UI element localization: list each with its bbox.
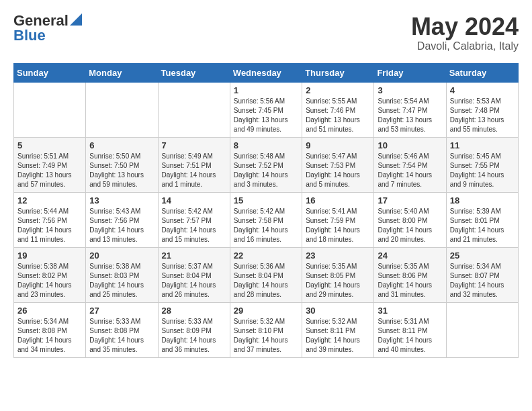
day-number: 6 bbox=[89, 140, 154, 150]
calendar-cell: 31Sunrise: 5:31 AM Sunset: 8:11 PM Dayli… bbox=[374, 302, 446, 357]
day-number: 23 bbox=[306, 250, 370, 261]
calendar-cell: 1Sunrise: 5:56 AM Sunset: 7:45 PM Daylig… bbox=[230, 82, 302, 137]
day-info: Sunrise: 5:42 AM Sunset: 7:58 PM Dayligh… bbox=[234, 207, 298, 244]
weekday-header: Monday bbox=[86, 63, 158, 82]
calendar-week-row: 1Sunrise: 5:56 AM Sunset: 7:45 PM Daylig… bbox=[14, 82, 519, 137]
day-number: 19 bbox=[17, 250, 82, 261]
calendar-cell: 5Sunrise: 5:51 AM Sunset: 7:49 PM Daylig… bbox=[14, 137, 86, 192]
calendar-table: SundayMondayTuesdayWednesdayThursdayFrid… bbox=[13, 63, 519, 358]
day-info: Sunrise: 5:33 AM Sunset: 8:08 PM Dayligh… bbox=[89, 317, 154, 355]
calendar-week-row: 19Sunrise: 5:38 AM Sunset: 8:02 PM Dayli… bbox=[14, 247, 519, 302]
day-number: 3 bbox=[378, 85, 442, 95]
day-info: Sunrise: 5:51 AM Sunset: 7:49 PM Dayligh… bbox=[17, 152, 82, 189]
weekday-header: Friday bbox=[374, 63, 446, 82]
calendar-cell: 10Sunrise: 5:46 AM Sunset: 7:54 PM Dayli… bbox=[374, 137, 446, 192]
day-info: Sunrise: 5:48 AM Sunset: 7:52 PM Dayligh… bbox=[234, 152, 298, 189]
calendar-cell: 15Sunrise: 5:42 AM Sunset: 7:58 PM Dayli… bbox=[230, 192, 302, 247]
day-number: 28 bbox=[162, 306, 226, 316]
day-number: 27 bbox=[89, 306, 154, 316]
day-info: Sunrise: 5:32 AM Sunset: 8:11 PM Dayligh… bbox=[306, 317, 370, 355]
day-info: Sunrise: 5:43 AM Sunset: 7:56 PM Dayligh… bbox=[89, 207, 154, 244]
day-number: 17 bbox=[378, 195, 442, 205]
logo-blue: Blue bbox=[13, 28, 46, 43]
calendar-cell: 16Sunrise: 5:41 AM Sunset: 7:59 PM Dayli… bbox=[302, 192, 374, 247]
day-info: Sunrise: 5:34 AM Sunset: 8:08 PM Dayligh… bbox=[17, 317, 82, 355]
calendar-cell: 29Sunrise: 5:32 AM Sunset: 8:10 PM Dayli… bbox=[230, 302, 302, 357]
weekday-header: Saturday bbox=[446, 63, 518, 82]
day-number: 10 bbox=[378, 140, 442, 150]
calendar-cell: 27Sunrise: 5:33 AM Sunset: 8:08 PM Dayli… bbox=[86, 302, 158, 357]
day-info: Sunrise: 5:49 AM Sunset: 7:51 PM Dayligh… bbox=[162, 152, 226, 189]
calendar-cell: 4Sunrise: 5:53 AM Sunset: 7:48 PM Daylig… bbox=[446, 82, 518, 137]
calendar-cell: 25Sunrise: 5:34 AM Sunset: 8:07 PM Dayli… bbox=[446, 247, 518, 302]
day-number: 14 bbox=[162, 195, 226, 205]
calendar-cell: 3Sunrise: 5:54 AM Sunset: 7:47 PM Daylig… bbox=[374, 82, 446, 137]
day-number: 15 bbox=[234, 195, 298, 205]
calendar-week-row: 12Sunrise: 5:44 AM Sunset: 7:56 PM Dayli… bbox=[14, 192, 519, 247]
calendar-cell: 28Sunrise: 5:33 AM Sunset: 8:09 PM Dayli… bbox=[158, 302, 230, 357]
calendar-cell bbox=[446, 302, 518, 357]
day-info: Sunrise: 5:31 AM Sunset: 8:11 PM Dayligh… bbox=[378, 317, 442, 355]
day-number: 24 bbox=[378, 250, 442, 261]
day-number: 30 bbox=[306, 306, 370, 316]
day-number: 1 bbox=[234, 85, 298, 95]
day-number: 11 bbox=[450, 140, 515, 150]
calendar-week-row: 5Sunrise: 5:51 AM Sunset: 7:49 PM Daylig… bbox=[14, 137, 519, 192]
calendar-cell: 7Sunrise: 5:49 AM Sunset: 7:51 PM Daylig… bbox=[158, 137, 230, 192]
calendar-cell: 8Sunrise: 5:48 AM Sunset: 7:52 PM Daylig… bbox=[230, 137, 302, 192]
day-number: 9 bbox=[306, 140, 370, 150]
calendar-cell: 9Sunrise: 5:47 AM Sunset: 7:53 PM Daylig… bbox=[302, 137, 374, 192]
calendar-cell: 14Sunrise: 5:42 AM Sunset: 7:57 PM Dayli… bbox=[158, 192, 230, 247]
day-info: Sunrise: 5:38 AM Sunset: 8:02 PM Dayligh… bbox=[17, 262, 82, 300]
day-info: Sunrise: 5:32 AM Sunset: 8:10 PM Dayligh… bbox=[234, 317, 298, 355]
svg-marker-0 bbox=[70, 13, 82, 26]
calendar-cell: 17Sunrise: 5:40 AM Sunset: 8:00 PM Dayli… bbox=[374, 192, 446, 247]
day-number: 12 bbox=[17, 195, 82, 205]
calendar-cell: 24Sunrise: 5:35 AM Sunset: 8:06 PM Dayli… bbox=[374, 247, 446, 302]
calendar-cell: 2Sunrise: 5:55 AM Sunset: 7:46 PM Daylig… bbox=[302, 82, 374, 137]
day-info: Sunrise: 5:36 AM Sunset: 8:04 PM Dayligh… bbox=[234, 262, 298, 300]
day-number: 26 bbox=[17, 306, 82, 316]
day-info: Sunrise: 5:47 AM Sunset: 7:53 PM Dayligh… bbox=[306, 152, 370, 189]
day-number: 7 bbox=[162, 140, 226, 150]
day-info: Sunrise: 5:53 AM Sunset: 7:48 PM Dayligh… bbox=[450, 97, 515, 134]
logo-arrow-icon bbox=[70, 13, 82, 26]
day-number: 13 bbox=[89, 195, 154, 205]
logo: General Blue bbox=[13, 13, 82, 43]
day-number: 20 bbox=[89, 250, 154, 261]
day-info: Sunrise: 5:35 AM Sunset: 8:05 PM Dayligh… bbox=[306, 262, 370, 300]
calendar-cell: 30Sunrise: 5:32 AM Sunset: 8:11 PM Dayli… bbox=[302, 302, 374, 357]
day-number: 8 bbox=[234, 140, 298, 150]
day-number: 29 bbox=[234, 306, 298, 316]
weekday-header-row: SundayMondayTuesdayWednesdayThursdayFrid… bbox=[14, 63, 519, 82]
title-area: May 2024 Davoli, Calabria, Italy bbox=[411, 13, 519, 52]
day-info: Sunrise: 5:42 AM Sunset: 7:57 PM Dayligh… bbox=[162, 207, 226, 244]
calendar-cell bbox=[14, 82, 86, 137]
calendar-cell: 12Sunrise: 5:44 AM Sunset: 7:56 PM Dayli… bbox=[14, 192, 86, 247]
logo-general: General bbox=[13, 13, 69, 28]
calendar-cell bbox=[86, 82, 158, 137]
calendar-cell: 26Sunrise: 5:34 AM Sunset: 8:08 PM Dayli… bbox=[14, 302, 86, 357]
day-number: 5 bbox=[17, 140, 82, 150]
day-number: 4 bbox=[450, 85, 515, 95]
calendar-cell: 19Sunrise: 5:38 AM Sunset: 8:02 PM Dayli… bbox=[14, 247, 86, 302]
calendar-cell: 18Sunrise: 5:39 AM Sunset: 8:01 PM Dayli… bbox=[446, 192, 518, 247]
header: General Blue May 2024 Davoli, Calabria, … bbox=[13, 13, 519, 52]
calendar-subtitle: Davoli, Calabria, Italy bbox=[411, 40, 519, 52]
calendar-cell: 6Sunrise: 5:50 AM Sunset: 7:50 PM Daylig… bbox=[86, 137, 158, 192]
day-number: 21 bbox=[162, 250, 226, 261]
day-number: 22 bbox=[234, 250, 298, 261]
day-number: 16 bbox=[306, 195, 370, 205]
day-info: Sunrise: 5:40 AM Sunset: 8:00 PM Dayligh… bbox=[378, 207, 442, 244]
day-info: Sunrise: 5:54 AM Sunset: 7:47 PM Dayligh… bbox=[378, 97, 442, 134]
calendar-cell: 22Sunrise: 5:36 AM Sunset: 8:04 PM Dayli… bbox=[230, 247, 302, 302]
calendar-cell: 11Sunrise: 5:45 AM Sunset: 7:55 PM Dayli… bbox=[446, 137, 518, 192]
day-info: Sunrise: 5:56 AM Sunset: 7:45 PM Dayligh… bbox=[234, 97, 298, 134]
day-number: 25 bbox=[450, 250, 515, 261]
calendar-week-row: 26Sunrise: 5:34 AM Sunset: 8:08 PM Dayli… bbox=[14, 302, 519, 357]
calendar-title: May 2024 bbox=[411, 13, 519, 40]
calendar-cell: 21Sunrise: 5:37 AM Sunset: 8:04 PM Dayli… bbox=[158, 247, 230, 302]
day-info: Sunrise: 5:34 AM Sunset: 8:07 PM Dayligh… bbox=[450, 262, 515, 300]
day-info: Sunrise: 5:33 AM Sunset: 8:09 PM Dayligh… bbox=[162, 317, 226, 355]
day-info: Sunrise: 5:44 AM Sunset: 7:56 PM Dayligh… bbox=[17, 207, 82, 244]
